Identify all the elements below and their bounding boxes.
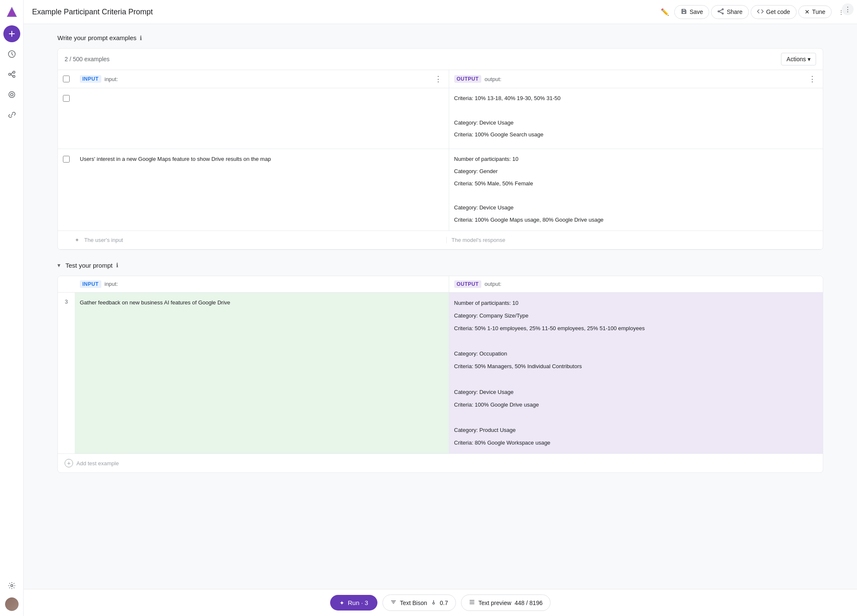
edit-title-icon[interactable]: ✏️ <box>661 8 669 16</box>
preview-count: 448 / 8196 <box>515 600 542 606</box>
svg-point-1 <box>8 73 11 76</box>
test-col-header-row: INPUT input: OUTPUT output: <box>58 276 823 293</box>
user-avatar[interactable] <box>5 597 19 611</box>
model-selector-button[interactable]: Text Bison 0.7 <box>382 594 456 611</box>
content-area: Write your prompt examples ℹ 2 / 500 exa… <box>24 24 857 589</box>
svg-point-5 <box>9 92 15 98</box>
test-info-icon[interactable]: ℹ <box>116 262 118 269</box>
svg-point-7 <box>722 8 724 10</box>
row2-checkbox[interactable] <box>63 156 70 163</box>
row2-input-col[interactable]: Users' interest in a new Google Maps fea… <box>75 149 449 231</box>
row2-output-line4 <box>454 192 818 201</box>
examples-info-icon[interactable]: ℹ <box>140 35 142 41</box>
output-col-more-icon[interactable]: ⋮ <box>807 74 818 84</box>
test-col-input-header: INPUT input: <box>75 276 449 292</box>
row2-output-line3: Criteria: 50% Male, 50% Female <box>454 179 818 188</box>
examples-table-header: 2 / 500 examples Actions ▾ <box>58 49 823 70</box>
test-row-output-col: Number of participants: 10 Category: Com… <box>449 293 823 453</box>
add-test-label: Add test example <box>76 460 119 467</box>
test-col-num-header <box>58 276 75 292</box>
input-col-more-icon[interactable]: ⋮ <box>433 74 444 84</box>
model-temp-value: 0.7 <box>440 600 448 606</box>
input-placeholder[interactable]: ✦ The user's input <box>75 237 447 243</box>
col-header-row: INPUT input: ⋮ OUTPUT output: ⋮ <box>58 70 823 88</box>
test-row-input-col[interactable]: Gather feedback on new business AI featu… <box>75 293 449 453</box>
col-output-header: OUTPUT output: ⋮ <box>449 70 823 88</box>
tune-label: Tune <box>812 8 825 15</box>
run-label: Run · 3 <box>348 599 368 606</box>
workflow-icon-button[interactable] <box>3 86 20 103</box>
main-content: Example Participant Criteria Prompt ✏️ S… <box>24 0 857 616</box>
code-icon <box>757 8 764 16</box>
share-label: Share <box>727 8 742 15</box>
test-out-7 <box>454 375 818 384</box>
get-code-label: Get code <box>766 8 790 15</box>
collapse-icon[interactable]: ▾ <box>57 262 60 269</box>
actions-button[interactable]: Actions ▾ <box>781 53 816 65</box>
test-out-2: Category: Company Size/Type <box>454 311 818 320</box>
placeholder-row: ✦ The user's input The model's response <box>58 231 823 250</box>
test-section: ▾ Test your prompt ℹ INPUT input: OUTPUT… <box>57 262 823 473</box>
input-col-label: INPUT <box>80 75 101 83</box>
row2-output-line1: Number of participants: 10 <box>454 155 818 164</box>
examples-section: Write your prompt examples ℹ 2 / 500 exa… <box>57 34 823 250</box>
model-name-label: Text Bison <box>400 600 427 606</box>
test-out-3: Criteria: 50% 1-10 employees, 25% 11-50 … <box>454 324 818 333</box>
add-row-icon: ✦ <box>75 237 79 243</box>
test-out-4 <box>454 336 818 346</box>
svg-point-6 <box>11 585 13 587</box>
save-icon <box>681 8 687 16</box>
test-section-title: ▾ Test your prompt ℹ <box>57 262 823 269</box>
actions-chevron-icon: ▾ <box>808 56 811 62</box>
examples-title-text: Write your prompt examples <box>57 34 136 41</box>
input-col-name: input: <box>105 76 118 82</box>
table-row: Criteria: 10% 13-18, 40% 19-30, 50% 31-5… <box>58 88 823 149</box>
share-icon <box>717 8 724 16</box>
run-star-icon: ✦ <box>339 600 344 606</box>
output-col-label: OUTPUT <box>454 75 481 83</box>
test-title-text: Test your prompt <box>65 262 113 269</box>
save-button[interactable]: Save <box>674 5 710 19</box>
share-button[interactable]: Share <box>711 5 749 19</box>
settings-icon-button[interactable] <box>3 577 20 594</box>
output-placeholder: The model's response <box>447 237 818 243</box>
row1-checkbox[interactable] <box>63 95 70 102</box>
select-all-checkbox[interactable] <box>63 76 70 82</box>
sidebar <box>0 0 24 616</box>
get-code-button[interactable]: Get code <box>751 5 797 19</box>
actions-label: Actions <box>786 56 806 62</box>
add-button[interactable] <box>3 25 20 42</box>
text-preview-button[interactable]: Text preview 448 / 8196 <box>461 594 551 611</box>
test-out-10 <box>454 413 818 422</box>
placeholder-input-text: The user's input <box>84 237 123 243</box>
examples-count: 2 / 500 examples <box>65 56 110 62</box>
add-test-example-row[interactable]: + Add test example <box>58 453 823 472</box>
model-temp-icon <box>431 599 437 606</box>
test-out-9: Criteria: 100% Google Drive usage <box>454 400 818 410</box>
test-input-col-name: input: <box>105 281 118 287</box>
preview-label: Text preview <box>478 600 511 606</box>
row1-output-line4: Criteria: 100% Google Search usage <box>454 130 818 139</box>
add-test-icon: + <box>65 459 73 467</box>
page-title: Example Participant Criteria Prompt <box>32 8 656 16</box>
test-row-input-text: Gather feedback on new business AI featu… <box>80 299 230 306</box>
test-row-num-text: 3 <box>65 299 68 305</box>
svg-point-9 <box>718 11 719 12</box>
svg-point-3 <box>13 76 15 78</box>
test-output-col-label: OUTPUT <box>454 280 481 288</box>
row1-input-col[interactable] <box>75 88 449 149</box>
run-button[interactable]: ✦ Run · 3 <box>330 595 377 611</box>
header-actions: Save Share <box>674 4 849 19</box>
app-logo[interactable] <box>5 5 19 19</box>
row2-output-line5: Category: Device Usage <box>454 204 818 212</box>
tune-button[interactable]: ✕ Tune <box>798 5 832 18</box>
test-table-container: INPUT input: OUTPUT output: 3 Gather fee… <box>57 276 823 473</box>
preview-lines-icon <box>469 599 475 606</box>
link-icon-button[interactable] <box>3 106 20 123</box>
svg-point-8 <box>722 13 724 14</box>
history-icon-button[interactable] <box>3 46 20 62</box>
tune-icon: ✕ <box>805 8 810 15</box>
connections-icon-button[interactable] <box>3 66 20 83</box>
model-tune-icon <box>391 599 396 606</box>
test-out-8: Category: Device Usage <box>454 388 818 397</box>
